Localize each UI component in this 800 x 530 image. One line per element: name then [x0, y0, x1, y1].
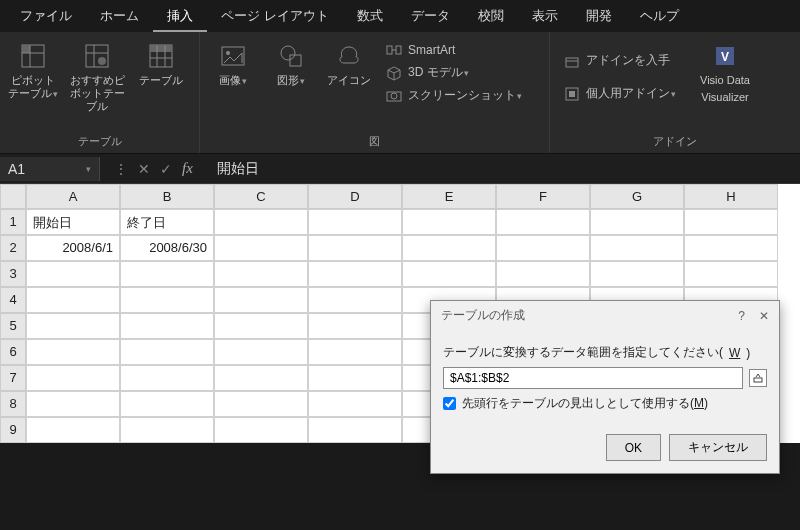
- header-row-checkbox[interactable]: [443, 397, 456, 410]
- cell-D4[interactable]: [308, 287, 402, 313]
- tab-home[interactable]: ホーム: [86, 0, 153, 32]
- dialog-close-icon[interactable]: ✕: [759, 309, 769, 323]
- range-picker-button[interactable]: [749, 369, 767, 387]
- ok-button[interactable]: OK: [606, 434, 661, 461]
- range-input[interactable]: [443, 367, 743, 389]
- cell-C4[interactable]: [214, 287, 308, 313]
- cell-D2[interactable]: [308, 235, 402, 261]
- cell-C1[interactable]: [214, 209, 308, 235]
- col-header-D[interactable]: D: [308, 184, 402, 209]
- cell-G1[interactable]: [590, 209, 684, 235]
- tab-review[interactable]: 校閲: [464, 0, 518, 32]
- cell-E3[interactable]: [402, 261, 496, 287]
- tab-data[interactable]: データ: [397, 0, 464, 32]
- col-header-G[interactable]: G: [590, 184, 684, 209]
- my-addins-button[interactable]: 個人用アドイン: [564, 85, 676, 102]
- image-button[interactable]: 画像: [206, 38, 260, 92]
- cell-C8[interactable]: [214, 391, 308, 417]
- formula-bar[interactable]: 開始日: [207, 160, 259, 178]
- cell-D6[interactable]: [308, 339, 402, 365]
- tab-view[interactable]: 表示: [518, 0, 572, 32]
- visio-visualizer-button[interactable]: V Visio Data Visualizer: [692, 38, 758, 108]
- row-header-9[interactable]: 9: [0, 417, 26, 443]
- select-all-corner[interactable]: [0, 184, 26, 209]
- cell-C3[interactable]: [214, 261, 308, 287]
- col-header-H[interactable]: H: [684, 184, 778, 209]
- row-header-3[interactable]: 3: [0, 261, 26, 287]
- cell-A3[interactable]: [26, 261, 120, 287]
- get-addins-button[interactable]: アドインを入手: [564, 52, 676, 69]
- col-header-B[interactable]: B: [120, 184, 214, 209]
- dialog-help-icon[interactable]: ?: [738, 309, 745, 323]
- shapes-button[interactable]: 図形: [264, 38, 318, 92]
- cell-C9[interactable]: [214, 417, 308, 443]
- cell-B9[interactable]: [120, 417, 214, 443]
- cell-E1[interactable]: [402, 209, 496, 235]
- fx-icon[interactable]: fx: [182, 160, 193, 177]
- cell-B7[interactable]: [120, 365, 214, 391]
- col-header-A[interactable]: A: [26, 184, 120, 209]
- screenshot-button[interactable]: スクリーンショット: [386, 87, 522, 104]
- cell-D1[interactable]: [308, 209, 402, 235]
- cell-B3[interactable]: [120, 261, 214, 287]
- tab-developer[interactable]: 開発: [572, 0, 626, 32]
- cancel-button[interactable]: キャンセル: [669, 434, 767, 461]
- cell-A1[interactable]: 開始日: [26, 209, 120, 235]
- cell-D3[interactable]: [308, 261, 402, 287]
- cell-H3[interactable]: [684, 261, 778, 287]
- cell-A4[interactable]: [26, 287, 120, 313]
- cell-A2[interactable]: 2008/6/1: [26, 235, 120, 261]
- col-header-F[interactable]: F: [496, 184, 590, 209]
- cell-A7[interactable]: [26, 365, 120, 391]
- cell-G2[interactable]: [590, 235, 684, 261]
- more-icon[interactable]: ⋮: [114, 161, 128, 177]
- cell-H2[interactable]: [684, 235, 778, 261]
- row-header-4[interactable]: 4: [0, 287, 26, 313]
- cell-B2[interactable]: 2008/6/30: [120, 235, 214, 261]
- tab-insert[interactable]: 挿入: [153, 0, 207, 32]
- cell-C7[interactable]: [214, 365, 308, 391]
- row-header-2[interactable]: 2: [0, 235, 26, 261]
- cancel-formula-icon[interactable]: ✕: [138, 161, 150, 177]
- col-header-C[interactable]: C: [214, 184, 308, 209]
- cell-D9[interactable]: [308, 417, 402, 443]
- cell-E2[interactable]: [402, 235, 496, 261]
- col-header-E[interactable]: E: [402, 184, 496, 209]
- cell-D5[interactable]: [308, 313, 402, 339]
- cell-D8[interactable]: [308, 391, 402, 417]
- cell-F3[interactable]: [496, 261, 590, 287]
- cell-B4[interactable]: [120, 287, 214, 313]
- cell-B1[interactable]: 終了日: [120, 209, 214, 235]
- cell-B6[interactable]: [120, 339, 214, 365]
- cell-F2[interactable]: [496, 235, 590, 261]
- cell-B5[interactable]: [120, 313, 214, 339]
- row-header-8[interactable]: 8: [0, 391, 26, 417]
- cell-A9[interactable]: [26, 417, 120, 443]
- smartart-button[interactable]: SmartArt: [386, 42, 522, 58]
- icons-button[interactable]: アイコン: [322, 38, 376, 91]
- name-box[interactable]: A1 ▾: [0, 157, 100, 181]
- cell-C6[interactable]: [214, 339, 308, 365]
- row-header-7[interactable]: 7: [0, 365, 26, 391]
- recommended-pivot-button[interactable]: おすすめピボットテーブル: [64, 38, 130, 117]
- cell-G3[interactable]: [590, 261, 684, 287]
- table-button[interactable]: テーブル: [134, 38, 188, 91]
- row-header-5[interactable]: 5: [0, 313, 26, 339]
- cell-B8[interactable]: [120, 391, 214, 417]
- tab-formulas[interactable]: 数式: [343, 0, 397, 32]
- cell-A6[interactable]: [26, 339, 120, 365]
- tab-file[interactable]: ファイル: [6, 0, 86, 32]
- 3d-model-button[interactable]: 3D モデル: [386, 64, 522, 81]
- accept-formula-icon[interactable]: ✓: [160, 161, 172, 177]
- cell-H1[interactable]: [684, 209, 778, 235]
- tab-help[interactable]: ヘルプ: [626, 0, 693, 32]
- tab-page-layout[interactable]: ページ レイアウト: [207, 0, 343, 32]
- cell-F1[interactable]: [496, 209, 590, 235]
- cell-D7[interactable]: [308, 365, 402, 391]
- cell-A5[interactable]: [26, 313, 120, 339]
- row-header-6[interactable]: 6: [0, 339, 26, 365]
- cell-C5[interactable]: [214, 313, 308, 339]
- cell-A8[interactable]: [26, 391, 120, 417]
- cell-C2[interactable]: [214, 235, 308, 261]
- pivot-table-button[interactable]: ピボットテーブル: [6, 38, 60, 105]
